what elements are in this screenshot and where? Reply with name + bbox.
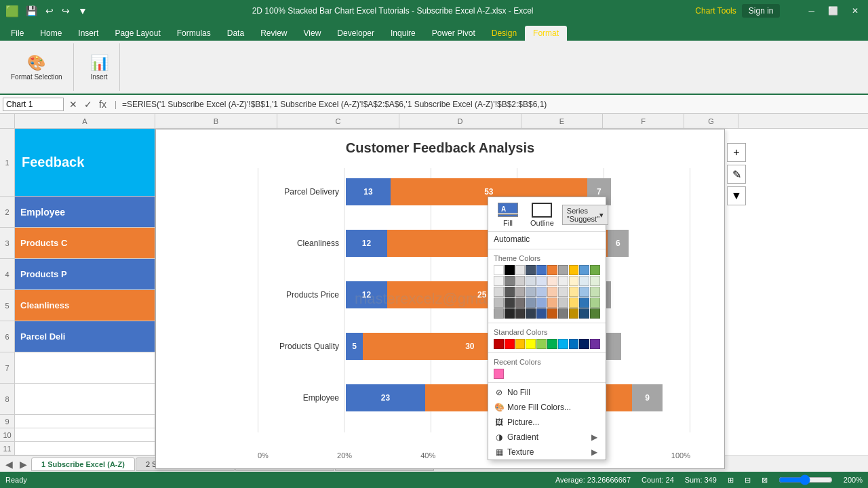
- sheet-scroll-left[interactable]: ◀: [3, 459, 16, 470]
- ribbon-tab-file[interactable]: File: [3, 26, 32, 41]
- chart-add-element-button[interactable]: +: [727, 143, 746, 162]
- col-header-G[interactable]: G: [684, 114, 738, 128]
- theme-color-swatch[interactable]: [579, 308, 589, 319]
- theme-color-swatch[interactable]: [526, 287, 536, 297]
- theme-color-swatch[interactable]: [494, 265, 504, 275]
- row-header-1[interactable]: 1: [0, 129, 14, 197]
- ribbon-tab-review[interactable]: Review: [252, 26, 295, 41]
- theme-color-swatch[interactable]: [547, 265, 557, 275]
- ribbon-tab-inquire[interactable]: Inquire: [382, 26, 424, 41]
- redo-button[interactable]: ↪: [59, 4, 73, 18]
- theme-color-swatch[interactable]: [558, 276, 568, 286]
- ribbon-tab-developer[interactable]: Developer: [329, 26, 382, 41]
- theme-color-swatch[interactable]: [558, 308, 568, 319]
- row-header-11[interactable]: 11: [0, 442, 14, 455]
- undo-button[interactable]: ↩: [43, 4, 56, 18]
- chart-filter-button[interactable]: ▼: [727, 186, 746, 205]
- ribbon-tab-page-layout[interactable]: Page Layout: [106, 26, 168, 41]
- theme-color-swatch[interactable]: [590, 308, 600, 319]
- format-selection-button[interactable]: 🎨 Format Selection: [7, 53, 66, 82]
- formula-input[interactable]: [122, 100, 865, 109]
- theme-color-swatch[interactable]: [515, 287, 526, 297]
- theme-color-swatch[interactable]: [505, 276, 515, 286]
- ribbon-tab-view[interactable]: View: [296, 26, 330, 41]
- no-fill-option[interactable]: ⊘ No Fill: [488, 385, 606, 400]
- row-header-8[interactable]: 8: [0, 384, 14, 415]
- cell-A10[interactable]: [15, 428, 155, 442]
- col-header-C[interactable]: C: [277, 114, 399, 128]
- cell-A7[interactable]: [15, 352, 155, 384]
- cell-A6[interactable]: Parcel Deli: [15, 321, 155, 352]
- theme-color-swatch[interactable]: [569, 287, 579, 297]
- theme-color-swatch[interactable]: [536, 298, 547, 308]
- cell-A3[interactable]: Products C: [15, 228, 155, 259]
- cell-A5[interactable]: Cleanliness: [15, 290, 155, 321]
- theme-color-swatch[interactable]: [536, 308, 547, 319]
- theme-color-swatch[interactable]: [505, 308, 515, 319]
- chart-style-button[interactable]: ✎: [727, 165, 746, 184]
- gradient-option[interactable]: ◑ Gradient ▶: [488, 430, 606, 445]
- theme-color-swatch[interactable]: [579, 276, 589, 286]
- standard-color-swatch[interactable]: [590, 339, 600, 349]
- row-header-10[interactable]: 10: [0, 428, 14, 442]
- theme-color-swatch[interactable]: [515, 308, 526, 319]
- theme-color-swatch[interactable]: [505, 298, 515, 308]
- series-suggest-dropdown[interactable]: Series "Suggest" ▾: [562, 205, 608, 225]
- standard-color-swatch[interactable]: [569, 339, 579, 349]
- theme-color-swatch[interactable]: [579, 265, 589, 275]
- standard-color-swatch[interactable]: [558, 339, 568, 349]
- standard-color-swatch[interactable]: [547, 339, 557, 349]
- cell-A2[interactable]: Employee: [15, 197, 155, 228]
- automatic-option[interactable]: Automatic: [488, 232, 606, 247]
- fill-button-area[interactable]: A Fill: [494, 201, 522, 228]
- standard-color-swatch[interactable]: [536, 339, 547, 349]
- standard-color-swatch[interactable]: [579, 339, 589, 349]
- theme-color-swatch[interactable]: [536, 287, 547, 297]
- theme-color-swatch[interactable]: [547, 276, 557, 286]
- ribbon-tab-format[interactable]: Format: [525, 26, 567, 41]
- theme-color-swatch[interactable]: [547, 298, 557, 308]
- name-box[interactable]: [3, 98, 64, 111]
- col-header-F[interactable]: F: [603, 114, 684, 128]
- zoom-slider[interactable]: [778, 474, 833, 485]
- page-layout-icon[interactable]: ⊟: [745, 476, 751, 485]
- theme-color-swatch[interactable]: [558, 287, 568, 297]
- theme-color-swatch[interactable]: [526, 298, 536, 308]
- theme-color-swatch[interactable]: [515, 265, 526, 275]
- row-header-5[interactable]: 5: [0, 290, 14, 321]
- save-button[interactable]: 💾: [23, 4, 40, 18]
- minimize-button[interactable]: ─: [804, 5, 818, 17]
- ribbon-tab-home[interactable]: Home: [32, 26, 70, 41]
- theme-color-swatch[interactable]: [579, 287, 589, 297]
- outline-button-area[interactable]: Outline: [526, 201, 558, 228]
- theme-color-swatch[interactable]: [547, 308, 557, 319]
- ribbon-tab-formulas[interactable]: Formulas: [169, 26, 219, 41]
- texture-option[interactable]: ▦ Texture ▶: [488, 445, 606, 460]
- theme-color-swatch[interactable]: [569, 265, 579, 275]
- col-header-D[interactable]: D: [399, 114, 521, 128]
- theme-color-swatch[interactable]: [526, 308, 536, 319]
- theme-color-swatch[interactable]: [590, 298, 600, 308]
- close-button[interactable]: ✕: [848, 5, 863, 17]
- row-header-7[interactable]: 7: [0, 352, 14, 384]
- ribbon-tab-design[interactable]: Design: [484, 26, 525, 41]
- theme-color-swatch[interactable]: [569, 298, 579, 308]
- ribbon-tab-data[interactable]: Data: [219, 26, 252, 41]
- standard-color-swatch[interactable]: [515, 339, 526, 349]
- page-break-icon[interactable]: ⊠: [762, 476, 768, 485]
- confirm-formula-button[interactable]: ✓: [81, 98, 95, 110]
- theme-color-swatch[interactable]: [590, 276, 600, 286]
- theme-color-swatch[interactable]: [515, 298, 526, 308]
- ribbon-tab-power-pivot[interactable]: Power Pivot: [424, 26, 484, 41]
- theme-color-swatch[interactable]: [494, 276, 504, 286]
- customize-qat-button[interactable]: ▼: [75, 4, 90, 18]
- row-header-3[interactable]: 3: [0, 228, 14, 259]
- chart-area[interactable]: Customer Feedback Analysis masterexcelz@…: [155, 129, 725, 469]
- theme-color-swatch[interactable]: [494, 287, 504, 297]
- row-header-9[interactable]: 9: [0, 415, 14, 428]
- theme-color-swatch[interactable]: [536, 265, 547, 275]
- theme-color-swatch[interactable]: [526, 265, 536, 275]
- standard-color-swatch[interactable]: [526, 339, 536, 349]
- insert-button[interactable]: 📊 Insert: [86, 53, 113, 82]
- normal-view-icon[interactable]: ⊞: [728, 476, 734, 485]
